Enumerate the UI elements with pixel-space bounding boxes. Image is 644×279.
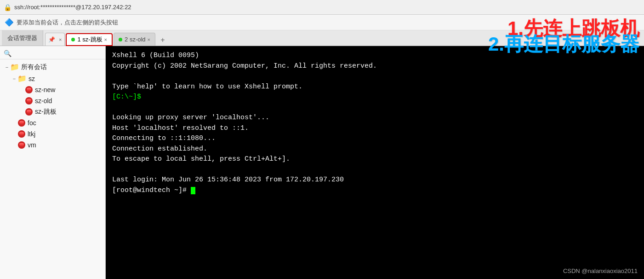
term-line-3: [112, 71, 638, 82]
server-icon-vm: [17, 141, 26, 149]
term-line-6: Looking up proxy server 'localhost'...: [112, 113, 638, 123]
tree-item-sz-new[interactable]: sz-new: [0, 84, 105, 95]
label-ltkj: ltkj: [28, 130, 35, 138]
tab-label-1: 1 sz-跳板: [77, 35, 102, 44]
expand-all-sessions: −: [4, 64, 10, 70]
label-all-sessions: 所有会话: [21, 63, 47, 71]
term-line-8: Connecting to ::1:1080...: [112, 134, 638, 144]
main-content: 🔍 − 📁 所有会话 − 📁 sz: [0, 46, 644, 279]
term-line-7: Host 'localhost' resolved to ::1.: [112, 123, 638, 134]
tree-item-sz-old[interactable]: sz-old: [0, 95, 105, 106]
svg-point-7: [27, 101, 31, 103]
server-icon-ltkj: [17, 130, 26, 138]
title-bar: 🔒 ssh://root:***************@172.20.197.…: [0, 0, 644, 15]
tree-item-ltkj[interactable]: ltkj: [0, 128, 105, 140]
folder-icon-sz: 📁: [17, 74, 27, 83]
label-sz-jumppad: sz-跳板: [35, 108, 57, 116]
tab-dot-2: [119, 38, 122, 41]
lock-icon: 🔒: [4, 4, 11, 11]
pin-icon: 📌: [48, 36, 55, 43]
term-prompt-2: [root@windtech ~]#: [112, 186, 638, 196]
svg-point-19: [19, 134, 24, 136]
search-input[interactable]: [13, 50, 102, 57]
tree-item-foc[interactable]: foc: [0, 117, 105, 128]
tab-pin-area[interactable]: 📌 ×: [45, 33, 65, 46]
label-sz-old: sz-old: [35, 97, 52, 105]
server-icon-sz-new: [25, 86, 33, 94]
svg-point-23: [19, 145, 24, 147]
tab1-close-btn[interactable]: ×: [104, 37, 107, 42]
terminal-cursor: [191, 187, 195, 194]
sidebar: 🔍 − 📁 所有会话 − 📁 sz: [0, 46, 106, 279]
tab2-close-btn[interactable]: ×: [148, 37, 150, 42]
server-icon-sz-jumppad: [25, 108, 33, 116]
server-icon-foc: [17, 119, 26, 127]
toolbar-banner-text: 要添加当前会话，点击左侧的箭头按钮: [17, 18, 118, 27]
term-prompt-1: [C:\~]$: [112, 92, 638, 103]
label-sz: sz: [28, 75, 35, 82]
folder-icon-all-sessions: 📁: [10, 63, 19, 71]
session-manager-text: 会话管理器: [7, 34, 37, 42]
watermark: CSDN @nalanxiaoxiao2011: [563, 267, 638, 276]
term-line-11: [112, 165, 638, 175]
tree-item-sz-jumppad[interactable]: sz-跳板: [0, 106, 105, 117]
svg-point-3: [27, 90, 31, 92]
term-line-10: To escape to local shell, press Ctrl+Alt…: [112, 154, 638, 165]
tree-item-all-sessions[interactable]: − 📁 所有会话: [0, 61, 105, 73]
annotation-step2: 2.再连目标服务器: [488, 31, 639, 57]
terminal[interactable]: Xshell 6 (Build 0095) Copyright (c) 2002…: [106, 46, 644, 279]
tab-sz-old[interactable]: 2 sz-old ×: [114, 33, 155, 46]
add-tab-button[interactable]: +: [157, 35, 168, 46]
svg-point-15: [19, 123, 24, 125]
tree-item-sz[interactable]: − 📁 sz: [0, 73, 105, 84]
expand-sz: −: [11, 76, 17, 81]
label-sz-new: sz-new: [35, 86, 55, 93]
term-line-5: [112, 103, 638, 113]
svg-point-11: [27, 112, 31, 114]
term-line-9: Connection established.: [112, 144, 638, 155]
pin-close-btn[interactable]: ×: [59, 37, 62, 42]
label-foc: foc: [28, 119, 36, 127]
term-line-12: Last login: Mon Jun 26 15:36:48 2023 fro…: [112, 175, 638, 186]
tree-item-vm[interactable]: vm: [0, 140, 105, 151]
server-icon-sz-old: [25, 97, 33, 105]
label-vm: vm: [28, 141, 36, 149]
title-text: ssh://root:***************@172.20.197.24…: [14, 4, 131, 11]
search-icon: 🔍: [4, 50, 11, 57]
term-line-4: Type `help' to learn how to use Xshell p…: [112, 82, 638, 93]
tab-dot-1: [71, 38, 75, 41]
tab-sz-jumppad[interactable]: 1 sz-跳板 ×: [66, 33, 113, 46]
arrow-icon: 🔷: [5, 18, 14, 27]
tabs-section: 📌 × 1 sz-跳板 × 2 sz-old × +: [45, 30, 168, 46]
tab-label-2: 2 sz-old: [125, 36, 146, 43]
sidebar-search: 🔍: [0, 48, 105, 59]
term-line-2: Copyright (c) 2002 NetSarang Computer, I…: [112, 61, 638, 72]
session-manager-label: 会话管理器: [2, 30, 43, 46]
